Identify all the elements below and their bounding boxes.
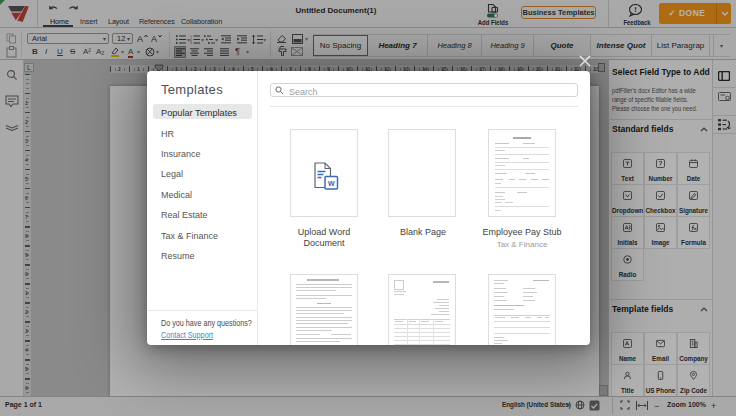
svg-text:w: w (327, 178, 335, 188)
